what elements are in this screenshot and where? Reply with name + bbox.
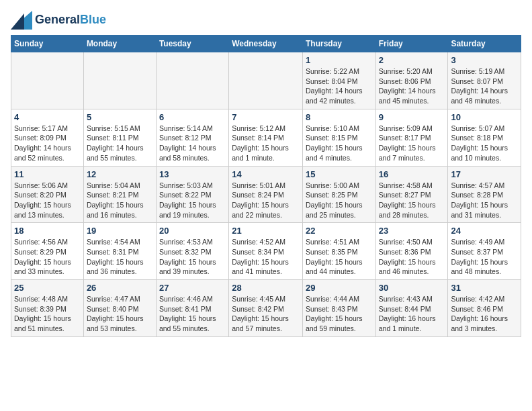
- day-number: 19: [87, 226, 153, 236]
- day-number: 27: [159, 283, 226, 293]
- day-number: 14: [232, 169, 300, 179]
- day-info: Sunrise: 4:48 AM Sunset: 8:39 PM Dayligh…: [14, 294, 81, 334]
- calendar-cell: 1Sunrise: 5:22 AM Sunset: 8:04 PM Daylig…: [302, 52, 375, 109]
- calendar-cell: 10Sunrise: 5:07 AM Sunset: 8:18 PM Dayli…: [448, 109, 521, 166]
- weekday-header-row: SundayMondayTuesdayWednesdayThursdayFrid…: [11, 36, 521, 52]
- day-number: 16: [379, 169, 445, 179]
- day-number: 7: [232, 112, 300, 122]
- day-number: 22: [306, 226, 373, 236]
- calendar-cell: 26Sunrise: 4:47 AM Sunset: 8:40 PM Dayli…: [83, 280, 156, 337]
- calendar-cell: 15Sunrise: 5:00 AM Sunset: 8:25 PM Dayli…: [302, 166, 375, 223]
- calendar-cell: 19Sunrise: 4:54 AM Sunset: 8:31 PM Dayli…: [83, 223, 156, 280]
- calendar-cell: [156, 52, 228, 109]
- week-row-1: 1Sunrise: 5:22 AM Sunset: 8:04 PM Daylig…: [11, 52, 521, 109]
- page-header: GeneralBlue: [11, 11, 521, 30]
- calendar-cell: 13Sunrise: 5:03 AM Sunset: 8:22 PM Dayli…: [156, 166, 228, 223]
- day-info: Sunrise: 5:09 AM Sunset: 8:17 PM Dayligh…: [379, 124, 445, 163]
- calendar-cell: 6Sunrise: 5:14 AM Sunset: 8:12 PM Daylig…: [156, 109, 228, 166]
- week-row-2: 4Sunrise: 5:17 AM Sunset: 8:09 PM Daylig…: [11, 109, 521, 166]
- day-number: 9: [379, 112, 445, 122]
- day-info: Sunrise: 4:54 AM Sunset: 8:31 PM Dayligh…: [87, 237, 153, 277]
- calendar-cell: 7Sunrise: 5:12 AM Sunset: 8:14 PM Daylig…: [229, 109, 303, 166]
- day-number: 30: [379, 283, 445, 293]
- week-row-5: 25Sunrise: 4:48 AM Sunset: 8:39 PM Dayli…: [11, 280, 521, 337]
- calendar-cell: 14Sunrise: 5:01 AM Sunset: 8:24 PM Dayli…: [229, 166, 303, 223]
- day-number: 8: [306, 112, 373, 122]
- calendar-cell: 30Sunrise: 4:43 AM Sunset: 8:44 PM Dayli…: [375, 280, 448, 337]
- day-info: Sunrise: 5:20 AM Sunset: 8:06 PM Dayligh…: [379, 66, 445, 106]
- calendar-cell: 24Sunrise: 4:49 AM Sunset: 8:37 PM Dayli…: [448, 223, 521, 280]
- calendar-cell: 20Sunrise: 4:53 AM Sunset: 8:32 PM Dayli…: [156, 223, 228, 280]
- day-number: 23: [379, 226, 445, 236]
- day-number: 11: [14, 169, 81, 179]
- day-number: 31: [451, 283, 518, 293]
- calendar-cell: [11, 52, 84, 109]
- calendar-cell: 2Sunrise: 5:20 AM Sunset: 8:06 PM Daylig…: [375, 52, 448, 109]
- day-number: 21: [232, 226, 300, 236]
- day-info: Sunrise: 5:15 AM Sunset: 8:11 PM Dayligh…: [87, 124, 153, 163]
- day-number: 5: [87, 112, 153, 122]
- day-info: Sunrise: 5:01 AM Sunset: 8:24 PM Dayligh…: [232, 181, 300, 220]
- logo-text: GeneralBlue: [35, 13, 106, 28]
- day-number: 18: [14, 226, 81, 236]
- day-info: Sunrise: 5:06 AM Sunset: 8:20 PM Dayligh…: [14, 181, 81, 220]
- day-number: 15: [306, 169, 373, 179]
- calendar-cell: 21Sunrise: 4:52 AM Sunset: 8:34 PM Dayli…: [229, 223, 303, 280]
- day-number: 17: [451, 169, 518, 179]
- calendar-cell: 8Sunrise: 5:10 AM Sunset: 8:15 PM Daylig…: [302, 109, 375, 166]
- day-info: Sunrise: 4:57 AM Sunset: 8:28 PM Dayligh…: [451, 181, 518, 220]
- calendar-cell: 18Sunrise: 4:56 AM Sunset: 8:29 PM Dayli…: [11, 223, 84, 280]
- day-info: Sunrise: 4:45 AM Sunset: 8:42 PM Dayligh…: [232, 294, 300, 334]
- calendar-cell: 25Sunrise: 4:48 AM Sunset: 8:39 PM Dayli…: [11, 280, 84, 337]
- day-info: Sunrise: 5:12 AM Sunset: 8:14 PM Dayligh…: [232, 124, 300, 163]
- day-info: Sunrise: 5:04 AM Sunset: 8:21 PM Dayligh…: [87, 181, 153, 220]
- calendar-cell: 27Sunrise: 4:46 AM Sunset: 8:41 PM Dayli…: [156, 280, 228, 337]
- weekday-header-wednesday: Wednesday: [229, 36, 303, 52]
- weekday-header-sunday: Sunday: [11, 36, 84, 52]
- day-number: 13: [159, 169, 226, 179]
- calendar-cell: 22Sunrise: 4:51 AM Sunset: 8:35 PM Dayli…: [302, 223, 375, 280]
- day-number: 4: [14, 112, 81, 122]
- day-info: Sunrise: 4:47 AM Sunset: 8:40 PM Dayligh…: [87, 294, 153, 334]
- week-row-4: 18Sunrise: 4:56 AM Sunset: 8:29 PM Dayli…: [11, 223, 521, 280]
- weekday-header-monday: Monday: [83, 36, 156, 52]
- calendar-cell: 29Sunrise: 4:44 AM Sunset: 8:43 PM Dayli…: [302, 280, 375, 337]
- logo: GeneralBlue: [11, 11, 106, 30]
- day-info: Sunrise: 5:03 AM Sunset: 8:22 PM Dayligh…: [159, 181, 226, 220]
- calendar-table: SundayMondayTuesdayWednesdayThursdayFrid…: [11, 35, 521, 337]
- day-info: Sunrise: 5:17 AM Sunset: 8:09 PM Dayligh…: [14, 124, 81, 163]
- day-info: Sunrise: 5:00 AM Sunset: 8:25 PM Dayligh…: [306, 181, 373, 220]
- day-info: Sunrise: 4:42 AM Sunset: 8:46 PM Dayligh…: [451, 294, 518, 334]
- calendar-cell: 3Sunrise: 5:19 AM Sunset: 8:07 PM Daylig…: [448, 52, 521, 109]
- day-info: Sunrise: 4:52 AM Sunset: 8:34 PM Dayligh…: [232, 237, 300, 277]
- day-number: 20: [159, 226, 226, 236]
- day-info: Sunrise: 5:07 AM Sunset: 8:18 PM Dayligh…: [451, 124, 518, 163]
- day-number: 3: [451, 55, 518, 65]
- calendar-cell: [83, 52, 156, 109]
- calendar-cell: [229, 52, 303, 109]
- day-number: 24: [451, 226, 518, 236]
- weekday-header-friday: Friday: [375, 36, 448, 52]
- week-row-3: 11Sunrise: 5:06 AM Sunset: 8:20 PM Dayli…: [11, 166, 521, 223]
- day-number: 1: [306, 55, 373, 65]
- day-info: Sunrise: 5:10 AM Sunset: 8:15 PM Dayligh…: [306, 124, 373, 163]
- weekday-header-saturday: Saturday: [448, 36, 521, 52]
- calendar-cell: 5Sunrise: 5:15 AM Sunset: 8:11 PM Daylig…: [83, 109, 156, 166]
- svg-marker-1: [11, 13, 24, 30]
- day-number: 6: [159, 112, 226, 122]
- day-info: Sunrise: 4:49 AM Sunset: 8:37 PM Dayligh…: [451, 237, 518, 277]
- day-info: Sunrise: 4:46 AM Sunset: 8:41 PM Dayligh…: [159, 294, 226, 334]
- weekday-header-thursday: Thursday: [302, 36, 375, 52]
- calendar-cell: 12Sunrise: 5:04 AM Sunset: 8:21 PM Dayli…: [83, 166, 156, 223]
- calendar-cell: 23Sunrise: 4:50 AM Sunset: 8:36 PM Dayli…: [375, 223, 448, 280]
- day-info: Sunrise: 4:43 AM Sunset: 8:44 PM Dayligh…: [379, 294, 445, 334]
- day-info: Sunrise: 5:22 AM Sunset: 8:04 PM Dayligh…: [306, 66, 373, 106]
- day-number: 28: [232, 283, 300, 293]
- day-number: 29: [306, 283, 373, 293]
- day-info: Sunrise: 4:51 AM Sunset: 8:35 PM Dayligh…: [306, 237, 373, 277]
- day-info: Sunrise: 4:58 AM Sunset: 8:27 PM Dayligh…: [379, 181, 445, 220]
- calendar-cell: 9Sunrise: 5:09 AM Sunset: 8:17 PM Daylig…: [375, 109, 448, 166]
- day-info: Sunrise: 4:53 AM Sunset: 8:32 PM Dayligh…: [159, 237, 226, 277]
- day-number: 12: [87, 169, 153, 179]
- calendar-cell: 17Sunrise: 4:57 AM Sunset: 8:28 PM Dayli…: [448, 166, 521, 223]
